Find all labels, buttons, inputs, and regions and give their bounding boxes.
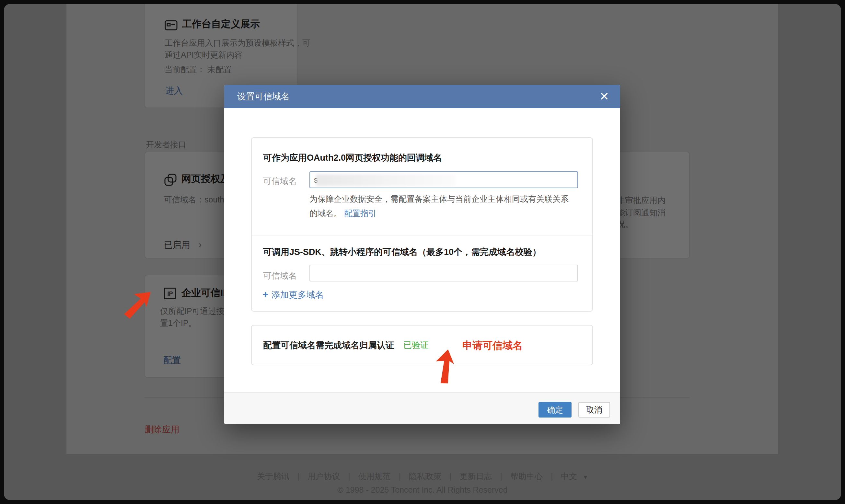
jssdk-domain-input[interactable] xyxy=(309,265,578,282)
screenshot-stage: 工作台自定义展示 工作台应用入口展示为预设模板样式，可 通过API实时更新内容 … xyxy=(0,0,845,504)
verify-box: 配置可信域名需完成域名归属认证 已验证 xyxy=(251,325,593,365)
cancel-button[interactable]: 取消 xyxy=(578,402,610,417)
jssdk-heading: 可调用JS-SDK、跳转小程序的可信域名（最多10个，需完成域名校验） xyxy=(263,246,541,258)
oauth-domain-label: 可信域名 xyxy=(263,176,297,187)
jssdk-domain-label: 可信域名 xyxy=(263,270,297,282)
oauth-heading: 可作为应用OAuth2.0网页授权功能的回调域名 xyxy=(263,152,442,164)
domain-settings-box: 可作为应用OAuth2.0网页授权功能的回调域名 可信域名 s 为保障企业数据安… xyxy=(251,137,593,311)
window-frame: 工作台自定义展示 工作台应用入口展示为预设模板样式，可 通过API实时更新内容 … xyxy=(4,4,841,500)
verified-link[interactable]: 已验证 xyxy=(403,340,429,351)
plus-icon: + xyxy=(263,289,268,300)
blurred-value-patch xyxy=(316,174,455,186)
box-inner-divider xyxy=(252,235,592,235)
oauth-helper-line2-text: 的域名。 xyxy=(309,209,342,218)
verify-text: 配置可信域名需完成域名归属认证 xyxy=(263,340,394,351)
apply-domain-annotation: 申请可信域名 xyxy=(462,339,523,353)
add-domain-label: 添加更多域名 xyxy=(271,290,324,300)
oauth-domain-input[interactable]: s xyxy=(309,172,578,188)
modal-footer: 确定 取消 xyxy=(224,392,620,424)
oauth-helper-line2: 的域名。 配置指引 xyxy=(309,208,377,219)
oauth-helper-line1: 为保障企业数据安全，需配置备案主体与当前企业主体相同或有关联关系 xyxy=(309,194,569,204)
close-icon[interactable]: ✕ xyxy=(599,90,609,103)
add-domain-link[interactable]: +添加更多域名 xyxy=(263,289,324,301)
config-guide-link[interactable]: 配置指引 xyxy=(344,209,377,218)
trusted-domain-modal: 设置可信域名 ✕ 可作为应用OAuth2.0网页授权功能的回调域名 可信域名 s… xyxy=(224,85,620,424)
modal-header: 设置可信域名 ✕ xyxy=(224,85,620,108)
confirm-button[interactable]: 确定 xyxy=(539,402,572,417)
modal-title: 设置可信域名 xyxy=(237,85,290,108)
